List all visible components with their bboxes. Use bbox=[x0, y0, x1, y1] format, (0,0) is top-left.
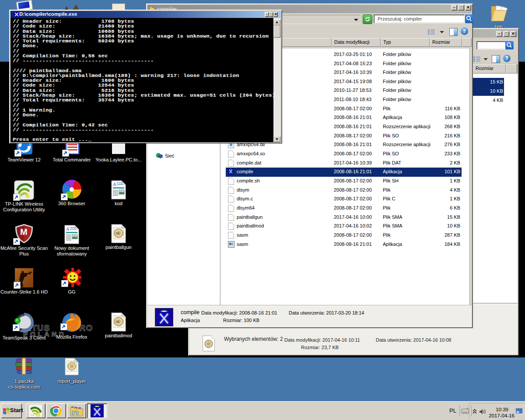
svg-text:XII: XII bbox=[116, 232, 119, 235]
svg-text:A: A bbox=[112, 182, 116, 187]
svg-text:A: A bbox=[66, 226, 69, 231]
svg-text:M: M bbox=[20, 227, 28, 237]
svg-text:XII: XII bbox=[116, 320, 119, 323]
